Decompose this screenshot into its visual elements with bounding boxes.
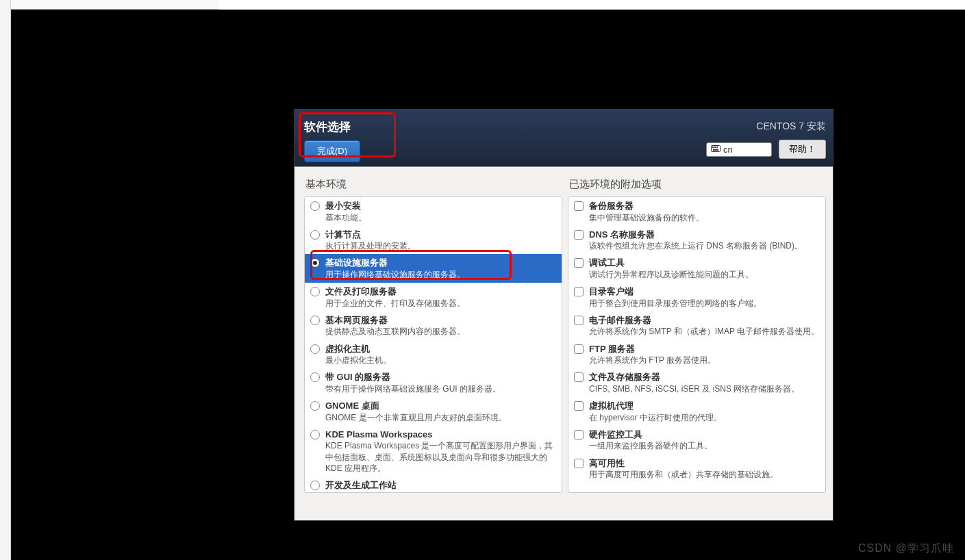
option-name: DNS 名称服务器 [589,229,803,241]
content-area: 基本环境 最小安装基本功能。计算节点执行计算及处理的安装。基础设施服务器用于操作… [294,167,833,520]
checkbox-icon [574,287,584,296]
base-env-option[interactable]: 基础设施服务器用于操作网络基础设施服务的服务器。 [305,254,562,283]
option-desc: 允许将系统作为 SMTP 和（或者）IMAP 电子邮件服务器使用。 [589,326,819,337]
addon-option[interactable]: 电子邮件服务器允许将系统作为 SMTP 和（或者）IMAP 电子邮件服务器使用。 [568,311,825,340]
radio-icon [310,481,320,490]
radio-icon [310,430,320,440]
top-bar-right: CENTOS 7 安装 cn 帮助！ [706,120,826,159]
help-button[interactable]: 帮助！ [779,140,826,159]
top-bar: 软件选择 完成(D) CENTOS 7 安装 cn [294,110,833,167]
option-name: 带 GUI 的服务器 [325,371,501,383]
option-name: 基本网页服务器 [325,314,465,327]
base-env-option[interactable]: GNOME 桌面GNOME 是一个非常直观且用户友好的桌面环境。 [305,397,562,426]
checkbox-icon [574,372,584,382]
option-name: FTP 服务器 [589,343,716,355]
option-desc: 用于高度可用服务和（或者）共享存储的基础设施。 [589,469,778,480]
checkbox-icon [574,201,584,211]
radio-icon [310,401,320,411]
option-desc: 调试行为异常程序以及诊断性能问题的工具。 [589,269,753,280]
checkbox-icon [574,316,584,325]
addon-option[interactable]: FTP 服务器允许将系统作为 FTP 服务器使用。 [568,340,825,369]
watermark: CSDN @学习爪哇 [858,542,954,556]
base-env-option[interactable]: 基本网页服务器提供静态及动态互联网内容的服务器。 [305,311,562,340]
option-name: GNOME 桌面 [325,400,507,412]
base-env-option[interactable]: 最小安装基本功能。 [305,197,562,226]
svg-rect-2 [714,147,716,148]
option-desc: 基本功能。 [325,212,366,223]
checkbox-icon [574,258,584,268]
base-env-option[interactable]: KDE Plasma WorkspacesKDE Plasma Workspac… [305,426,562,476]
option-name: 高可用性 [589,457,778,470]
radio-icon [310,258,320,268]
checkbox-icon [574,459,584,468]
option-name: 目录客户端 [589,285,762,298]
radio-icon [310,230,320,240]
option-name: 电子邮件服务器 [589,314,819,327]
svg-rect-0 [712,146,720,152]
addon-option[interactable]: 硬件监控工具一组用来监控服务器硬件的工具。 [568,426,825,455]
done-button[interactable]: 完成(D) [304,140,360,162]
option-desc: CIFS, SMB, NFS, iSCSI, iSER 及 iSNS 网络存储服… [589,383,799,394]
option-desc: KDE Plasma Workspaces 是一个高度可配置图形用户界面，其中包… [325,440,557,474]
addons-list[interactable]: 备份服务器集中管理基础设施备份的软件。DNS 名称服务器该软件包组允许您在系统上… [568,196,826,493]
option-name: 虚拟化主机 [325,343,391,355]
option-desc: 提供静态及动态互联网内容的服务器。 [325,326,465,337]
radio-icon [310,344,320,354]
base-env-option[interactable]: 计算节点执行计算及处理的安装。 [305,226,562,255]
addon-option[interactable]: 高可用性用于高度可用服务和（或者）共享存储的基础设施。 [568,455,825,483]
option-desc: 在 hypervisor 中运行时使用的代理。 [589,412,722,423]
option-desc: 集中管理基础设施备份的软件。 [589,212,704,223]
installer-window: 软件选择 完成(D) CENTOS 7 安装 cn [294,110,833,520]
svg-rect-4 [713,149,718,151]
option-name: KDE Plasma Workspaces [325,429,557,441]
option-desc: 一组用来监控服务器硬件的工具。 [589,440,712,451]
option-desc: 该软件包组允许您在系统上运行 DNS 名称服务器 (BIND)。 [589,240,803,251]
option-desc: GNOME 是一个非常直观且用户友好的桌面环境。 [325,412,507,423]
checkbox-icon [574,430,584,440]
option-desc: 用于整合到使用目录服务管理的网络的客户端。 [589,298,762,309]
radio-icon [310,316,320,325]
radio-icon [310,201,320,211]
option-desc: 执行计算及处理的安装。 [325,240,416,251]
option-desc: 用于操作网络基础设施服务的服务器。 [325,269,465,280]
base-env-option[interactable]: 带 GUI 的服务器带有用于操作网络基础设施服务 GUI 的服务器。 [305,368,562,397]
addons-column: 已选环境的附加选项 备份服务器集中管理基础设施备份的软件。DNS 名称服务器该软… [568,178,826,493]
radio-icon [310,372,320,382]
addon-option[interactable]: 目录客户端用于整合到使用目录服务管理的网络的客户端。 [568,283,825,311]
keyboard-layout-indicator[interactable]: cn [706,142,772,157]
checkbox-icon [574,401,584,411]
distro-label: CENTOS 7 安装 [756,120,826,133]
outer-scrollbar-left [0,0,11,560]
addon-option[interactable]: DNS 名称服务器该软件包组允许您在系统上运行 DNS 名称服务器 (BIND)… [568,226,825,255]
base-env-option[interactable]: 文件及打印服务器用于企业的文件、打印及存储服务器。 [305,283,562,311]
option-desc: 最小虚拟化主机。 [325,355,391,366]
base-env-column: 基本环境 最小安装基本功能。计算节点执行计算及处理的安装。基础设施服务器用于操作… [304,178,562,493]
checkbox-icon [574,230,584,240]
checkbox-icon [574,344,584,354]
option-name: 基础设施服务器 [325,257,465,269]
base-env-option[interactable]: 开发及生成工作站用于软件、硬件、图形或者内容开发的工作站。 [305,476,562,493]
option-name: 硬件监控工具 [589,429,712,441]
svg-rect-3 [716,147,718,148]
page-title: 软件选择 [304,119,360,135]
svg-rect-1 [712,147,714,148]
option-name: 计算节点 [325,229,416,241]
option-name: 文件及存储服务器 [589,371,799,383]
option-name: 虚拟机代理 [589,400,722,412]
base-env-option[interactable]: 虚拟化主机最小虚拟化主机。 [305,340,562,369]
option-desc: 带有用于操作网络基础设施服务 GUI 的服务器。 [325,383,501,394]
addon-option[interactable]: 虚拟机代理在 hypervisor 中运行时使用的代理。 [568,397,825,426]
addon-option[interactable]: 调试工具调试行为异常程序以及诊断性能问题的工具。 [568,254,825,283]
keyboard-icon [711,145,720,153]
option-desc: 用于软件、硬件、图形或者内容开发的工作站。 [325,492,498,493]
outer-scrollbar-top [0,0,219,10]
option-name: 最小安装 [325,200,366,212]
addon-option[interactable]: 文件及存储服务器CIFS, SMB, NFS, iSCSI, iSER 及 iS… [568,368,825,397]
addons-heading: 已选环境的附加选项 [568,178,826,191]
base-env-list[interactable]: 最小安装基本功能。计算节点执行计算及处理的安装。基础设施服务器用于操作网络基础设… [304,196,562,493]
option-name: 调试工具 [589,257,753,269]
option-desc: 用于企业的文件、打印及存储服务器。 [325,298,465,309]
option-desc: 允许将系统作为 FTP 服务器使用。 [589,355,716,366]
addon-option[interactable]: 备份服务器集中管理基础设施备份的软件。 [568,197,825,226]
keyboard-layout-text: cn [723,144,733,155]
